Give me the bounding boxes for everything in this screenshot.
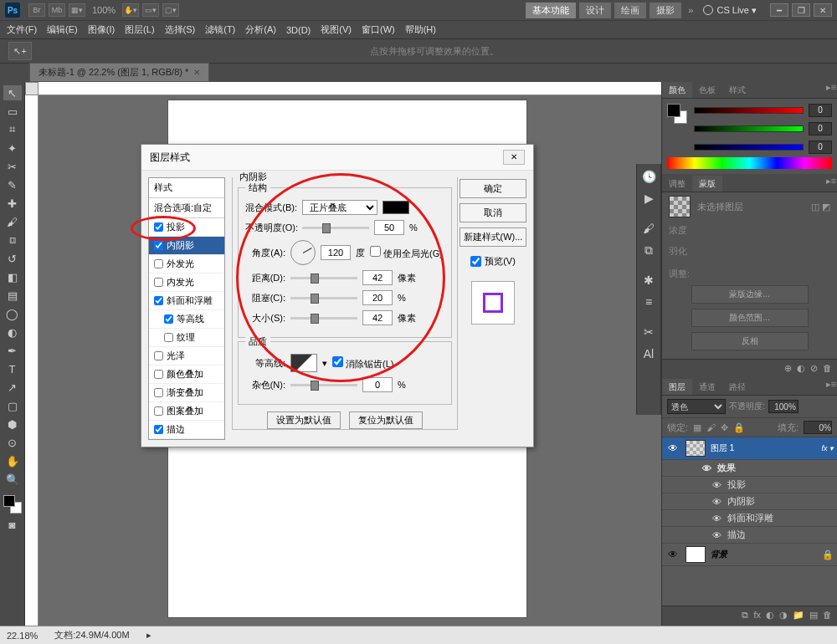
distance-slider[interactable]: [290, 277, 357, 279]
global-light-checkbox[interactable]: [370, 246, 381, 257]
window-close-button[interactable]: ✕: [814, 3, 832, 17]
choke-input[interactable]: [362, 290, 393, 305]
path-select-tool[interactable]: ↗: [3, 380, 22, 395]
style-checkbox[interactable]: [154, 351, 163, 360]
color-swatch-pair[interactable]: [667, 104, 687, 124]
blue-value[interactable]: 0: [809, 141, 832, 154]
eraser-tool[interactable]: ◧: [3, 269, 22, 284]
hand-tool-button[interactable]: ✋▾: [122, 3, 139, 17]
menu-image[interactable]: 图像(I): [88, 23, 115, 36]
eyedropper-tool[interactable]: ✎: [3, 177, 22, 192]
fx-bevel[interactable]: 👁斜面和浮雕: [662, 510, 837, 527]
style-checkbox[interactable]: [154, 425, 163, 434]
opacity-input[interactable]: [768, 400, 798, 413]
style-checkbox[interactable]: [154, 388, 163, 397]
layer-thumbnail[interactable]: [686, 546, 706, 563]
shape-tool[interactable]: ▢: [3, 398, 22, 413]
layer-mask-icon[interactable]: ◐: [766, 610, 774, 621]
menu-3d[interactable]: 3D(D): [286, 25, 311, 35]
quick-mask-toggle[interactable]: ◙: [3, 517, 22, 532]
choke-slider[interactable]: [290, 297, 357, 299]
invert-button[interactable]: 反相: [691, 332, 809, 350]
fx-inner-shadow[interactable]: 👁内阴影: [662, 493, 837, 510]
workspace-photo[interactable]: 摄影: [650, 3, 681, 18]
char-panel-icon[interactable]: ✱: [639, 271, 658, 289]
color-swatches[interactable]: [3, 495, 22, 514]
style-checkbox[interactable]: [154, 278, 163, 287]
style-item[interactable]: 图案叠加: [149, 402, 224, 421]
minibridge-button[interactable]: Mb: [49, 3, 65, 17]
pen-tool[interactable]: ✒: [3, 343, 22, 358]
style-checkbox[interactable]: [154, 406, 163, 416]
document-tab[interactable]: 未标题-1 @ 22.2% (图层 1, RGB/8) * ✕: [29, 63, 209, 82]
ruler-horizontal[interactable]: [39, 82, 661, 95]
3d-camera-tool[interactable]: ⊙: [3, 435, 22, 450]
close-tab-icon[interactable]: ✕: [193, 68, 200, 77]
opacity-slider[interactable]: [302, 227, 369, 229]
green-slider[interactable]: [694, 125, 804, 132]
history-brush-tool[interactable]: ↺: [3, 251, 22, 266]
tab-styles[interactable]: 样式: [722, 82, 752, 98]
dialog-close-button[interactable]: ✕: [503, 150, 525, 165]
lock-all-icon[interactable]: 🔒: [733, 422, 745, 433]
size-slider[interactable]: [290, 317, 357, 319]
bridge-button[interactable]: Br: [28, 3, 45, 17]
marquee-tool[interactable]: ▭: [3, 104, 22, 119]
view-extras-button[interactable]: ▦▾: [69, 3, 85, 17]
workspace-more-icon[interactable]: »: [688, 5, 693, 15]
preview-checkbox[interactable]: [470, 256, 481, 267]
style-item[interactable]: 内阴影: [149, 237, 224, 255]
style-checkbox[interactable]: [154, 241, 163, 250]
fx-drop-shadow[interactable]: 👁投影: [662, 477, 837, 493]
angle-input[interactable]: [321, 245, 351, 260]
tab-mask[interactable]: 蒙版: [692, 176, 722, 192]
noise-slider[interactable]: [290, 384, 357, 386]
tab-layers[interactable]: 图层: [662, 379, 692, 395]
style-item[interactable]: 斜面和浮雕: [149, 292, 224, 310]
style-item[interactable]: 内发光: [149, 273, 224, 292]
style-item[interactable]: 渐变叠加: [149, 384, 224, 402]
fx-effects-row[interactable]: 👁效果: [662, 460, 837, 477]
style-checkbox[interactable]: [154, 296, 163, 305]
3d-tool[interactable]: ⬢: [3, 417, 22, 432]
color-range-button[interactable]: 颜色范围...: [691, 309, 809, 327]
dodge-tool[interactable]: ◐: [3, 325, 22, 340]
status-zoom[interactable]: 22.18%: [7, 631, 38, 641]
clone-panel-icon[interactable]: ⧉: [639, 241, 658, 259]
styles-header[interactable]: 样式: [149, 178, 224, 198]
type-tool[interactable]: T: [3, 361, 22, 376]
layer-fx-icon[interactable]: fx: [753, 610, 761, 621]
workspace-design[interactable]: 设计: [579, 3, 611, 18]
healing-tool[interactable]: ✚: [3, 196, 22, 211]
style-item[interactable]: 描边: [149, 421, 224, 439]
antialias-checkbox[interactable]: [332, 356, 343, 367]
set-default-button[interactable]: 设置为默认值: [267, 411, 341, 429]
menu-select[interactable]: 选择(S): [165, 23, 196, 36]
angle-dial[interactable]: [290, 240, 316, 265]
brush-tool[interactable]: 🖌: [3, 214, 22, 229]
blend-mode-select[interactable]: 正片叠底: [302, 200, 377, 215]
para-panel-icon[interactable]: ≡: [639, 293, 658, 311]
new-group-icon[interactable]: 📁: [793, 610, 804, 621]
panel-menu-icon[interactable]: ▸≡: [825, 82, 837, 94]
visibility-icon[interactable]: 👁: [665, 549, 680, 560]
blend-mode-select[interactable]: 透色: [667, 399, 726, 414]
panel-menu-icon[interactable]: ▸≡: [825, 176, 837, 187]
history-panel-icon[interactable]: 🕓: [639, 167, 658, 186]
lock-paint-icon[interactable]: 🖌: [706, 422, 716, 432]
tab-paths[interactable]: 路径: [722, 379, 752, 395]
contour-picker[interactable]: [290, 354, 317, 372]
workspace-basic[interactable]: 基本功能: [526, 3, 576, 18]
blend-options-item[interactable]: 混合选项:自定: [149, 198, 224, 218]
blur-tool[interactable]: ◯: [3, 306, 22, 321]
lock-move-icon[interactable]: ✥: [721, 422, 728, 433]
visibility-icon[interactable]: 👁: [665, 442, 680, 454]
zoom-level-display[interactable]: 100%: [92, 5, 116, 15]
menu-filter[interactable]: 滤镜(T): [205, 23, 235, 36]
tab-color[interactable]: 颜色: [662, 82, 692, 98]
menu-window[interactable]: 窗口(W): [362, 23, 395, 36]
spectrum-bar[interactable]: [667, 157, 832, 169]
blue-slider[interactable]: [694, 144, 804, 151]
tab-channels[interactable]: 通道: [692, 379, 722, 395]
adjustment-layer-icon[interactable]: ◑: [779, 610, 788, 621]
